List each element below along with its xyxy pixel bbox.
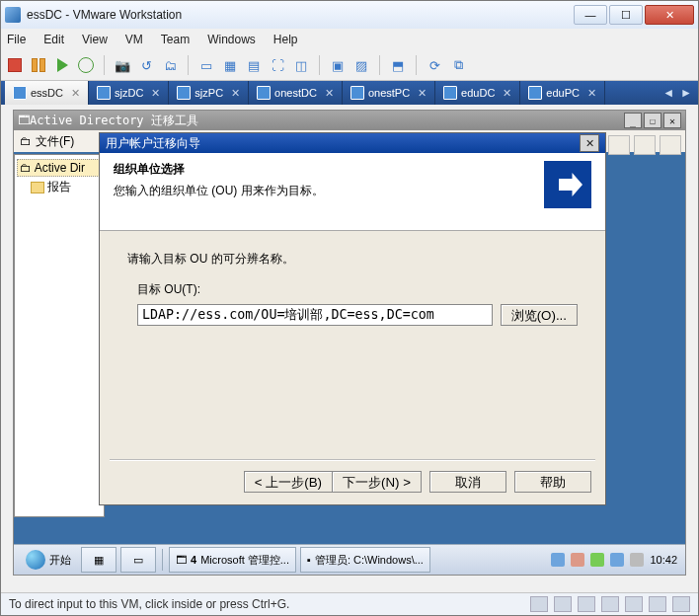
folder-icon: 🗀 — [20, 134, 32, 148]
tab-sjzdc[interactable]: sjzDC✕ — [89, 81, 169, 105]
device-icon[interactable] — [530, 596, 548, 612]
snapshot-button[interactable]: 📷 — [113, 55, 132, 75]
help-button[interactable]: 帮助 — [514, 471, 591, 493]
tray-icon[interactable] — [571, 553, 584, 567]
target-ou-label: 目标 OU(T): — [137, 281, 578, 298]
tab-essdc[interactable]: essDC✕ — [5, 81, 89, 105]
poweron-button[interactable] — [52, 55, 72, 75]
toolbar-extra2[interactable]: ▨ — [351, 55, 371, 75]
summary-button[interactable]: ▤ — [244, 55, 264, 75]
unity-button[interactable]: ◫ — [291, 55, 311, 75]
migration-wizard: 用户帐户迁移向导 ✕ 组织单位选择 您输入的组织单位 (OU) 用来作为目标。 … — [99, 132, 606, 505]
clock[interactable]: 10:42 — [650, 554, 677, 566]
device-icon[interactable] — [601, 596, 619, 612]
poweroff-button[interactable] — [5, 55, 25, 75]
tab-nav-right[interactable]: ► — [680, 86, 692, 100]
toolbar-extra3[interactable]: ⬒ — [388, 55, 408, 75]
start-button[interactable]: 开始 — [18, 548, 79, 572]
admt-titlebar: 🗔 Active Directory 迁移工具 _ ☐ ✕ — [14, 111, 685, 130]
minimize-button[interactable]: _ — [624, 113, 642, 128]
toolbar-extra4[interactable]: ⟳ — [425, 55, 444, 75]
menu-team[interactable]: Team — [161, 33, 190, 46]
tab-edupc[interactable]: eduPC✕ — [520, 81, 605, 105]
tray-icon[interactable] — [590, 553, 604, 567]
folder-icon: 🗀 — [20, 161, 32, 175]
guest-taskbar: 开始 ▦ ▭ 🗔 4 Microsoft 管理控... ▪ 管理员: C:\Wi… — [14, 544, 685, 575]
fullscreen-button[interactable]: ⛶ — [268, 55, 287, 75]
close-button[interactable]: ✕ — [580, 134, 599, 152]
tray-icon[interactable] — [551, 553, 565, 567]
device-icon[interactable] — [625, 596, 643, 612]
menu-file[interactable]: 文件(F) — [36, 133, 74, 150]
device-icon[interactable] — [649, 596, 666, 612]
back-button[interactable]: < 上一步(B) — [244, 471, 332, 493]
volume-icon[interactable] — [630, 553, 644, 567]
vmware-menubar: File Edit View VM Team Windows Help — [1, 29, 698, 50]
close-icon[interactable]: ✕ — [71, 87, 80, 100]
menu-file[interactable]: File — [7, 33, 26, 46]
guest-desktop[interactable]: 🗔 Active Directory 迁移工具 _ ☐ ✕ 🗀 文件(F) — [13, 110, 686, 576]
vmware-titlebar: essDC - VMware Workstation — ☐ ✕ — [1, 1, 698, 29]
folder-icon — [31, 182, 44, 193]
minimize-button[interactable]: — — [574, 5, 607, 25]
vm-icon — [177, 86, 191, 100]
next-button[interactable]: 下一步(N) > — [332, 471, 422, 493]
start-orb-icon — [26, 550, 45, 570]
vm-tabstrip: essDC✕ sjzDC✕ sjzPC✕ onestDC✕ onestPC✕ e… — [1, 81, 698, 105]
quicklaunch-button[interactable]: ▦ — [81, 547, 116, 573]
tab-nav-left[interactable]: ◄ — [662, 86, 674, 100]
close-button[interactable]: ✕ — [645, 5, 694, 25]
close-icon[interactable]: ✕ — [325, 87, 334, 100]
thumbnail-button[interactable]: ▦ — [220, 55, 240, 75]
menu-windows[interactable]: Windows — [207, 33, 256, 46]
cancel-button[interactable]: 取消 — [429, 471, 506, 493]
quicklaunch-button[interactable]: ▭ — [120, 547, 156, 573]
device-icon[interactable] — [672, 596, 690, 612]
maximize-button[interactable]: ☐ — [644, 113, 661, 128]
tab-onestdc[interactable]: onestDC✕ — [249, 81, 343, 105]
revert-button[interactable]: ↺ — [136, 55, 156, 75]
close-icon[interactable]: ✕ — [151, 87, 160, 100]
tab-sjzpc[interactable]: sjzPC✕ — [169, 81, 249, 105]
toolbar-btn[interactable] — [634, 135, 656, 155]
wizard-title: 用户帐户迁移向导 — [106, 135, 200, 152]
device-icon[interactable] — [578, 596, 595, 612]
maximize-button[interactable]: ☐ — [609, 5, 643, 25]
suspend-button[interactable] — [29, 55, 48, 75]
close-icon[interactable]: ✕ — [418, 87, 427, 100]
close-button[interactable]: ✕ — [663, 113, 681, 128]
taskbar-app-mmc[interactable]: 🗔 4 Microsoft 管理控... — [169, 547, 296, 573]
toolbar-btn[interactable] — [608, 135, 630, 155]
vm-icon — [350, 86, 364, 100]
menu-vm[interactable]: VM — [125, 33, 143, 46]
target-ou-input[interactable] — [137, 304, 493, 326]
device-icon[interactable] — [554, 596, 572, 612]
toolbar-extra5[interactable]: ⧉ — [448, 55, 468, 75]
cmd-icon: ▪ — [307, 554, 311, 566]
close-icon[interactable]: ✕ — [231, 87, 240, 100]
tab-edudc[interactable]: eduDC✕ — [435, 81, 520, 105]
menu-help[interactable]: Help — [273, 33, 298, 46]
network-icon[interactable] — [610, 553, 624, 567]
admt-tree[interactable]: 🗀 Active Dir 报告 — [14, 154, 105, 517]
reset-button[interactable] — [76, 55, 96, 75]
wizard-prompt: 请输入目标 OU 的可分辨名称。 — [127, 251, 578, 268]
browse-button[interactable]: 浏览(O)... — [501, 304, 578, 326]
menu-edit[interactable]: Edit — [43, 33, 64, 46]
snapshot-manager-button[interactable]: 🗂 — [160, 55, 180, 75]
wizard-titlebar[interactable]: 用户帐户迁移向导 ✕ — [100, 133, 605, 153]
close-icon[interactable]: ✕ — [587, 87, 596, 100]
show-console-button[interactable]: ▭ — [196, 55, 216, 75]
vmware-title-text: essDC - VMware Workstation — [27, 8, 572, 22]
vmware-icon — [5, 7, 21, 23]
wizard-subheading: 您输入的组织单位 (OU) 用来作为目标。 — [114, 184, 324, 197]
toolbar-btn[interactable] — [660, 135, 681, 155]
tree-item-root[interactable]: 🗀 Active Dir — [17, 159, 102, 177]
toolbar-extra1[interactable]: ▣ — [328, 55, 348, 75]
tab-onestpc[interactable]: onestPC✕ — [343, 81, 435, 105]
tree-item-reports[interactable]: 报告 — [17, 177, 102, 197]
taskbar-app-cmd[interactable]: ▪ 管理员: C:\Windows\... — [300, 547, 430, 573]
vmware-toolbar: 📷 ↺ 🗂 ▭ ▦ ▤ ⛶ ◫ ▣ ▨ ⬒ ⟳ ⧉ — [1, 50, 698, 81]
menu-view[interactable]: View — [82, 33, 108, 46]
close-icon[interactable]: ✕ — [503, 87, 511, 100]
